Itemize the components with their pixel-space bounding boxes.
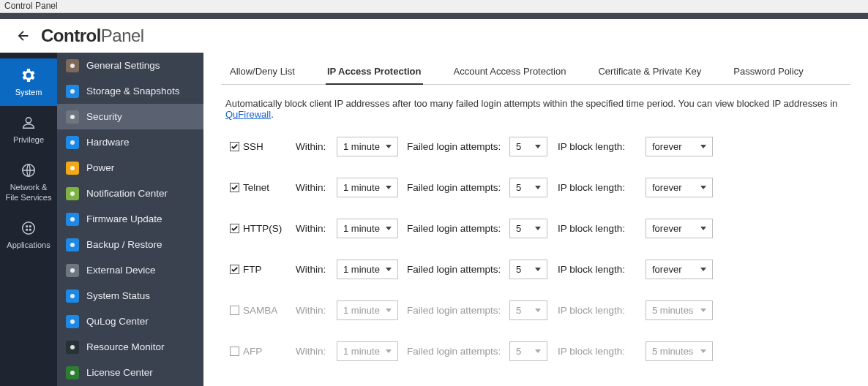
svg-rect-5 <box>29 229 31 231</box>
subnav-item-resource-monitor[interactable]: Resource Monitor <box>57 334 203 360</box>
within-label: Within: <box>296 223 326 234</box>
attempts-select: 5 <box>509 300 547 320</box>
tab-bar: Allow/Deny ListIP Access ProtectionAccou… <box>221 58 850 85</box>
subnav-item-system-status[interactable]: System Status <box>57 283 203 309</box>
subnav-item-power[interactable]: Power <box>57 155 203 181</box>
tab-account-access-protection[interactable]: Account Access Protection <box>452 58 568 84</box>
within-select[interactable]: 1 minute <box>337 260 398 279</box>
rail-label: Privilege <box>13 135 44 145</box>
subnav-label: Power <box>86 162 114 173</box>
chevron-down-icon <box>386 309 392 312</box>
block-select[interactable]: forever <box>646 178 713 197</box>
block-select[interactable]: forever <box>646 260 713 279</box>
rail-label: Network & File Services <box>6 183 52 202</box>
tab-ip-access-protection[interactable]: IP Access Protection <box>326 58 423 84</box>
attempts-select[interactable]: 5 <box>509 178 547 197</box>
subnav-item-license-center[interactable]: License Center <box>57 360 203 385</box>
within-label: Within: <box>296 141 326 152</box>
subnav-label: QuLog Center <box>86 316 149 327</box>
rail-item-applications[interactable]: Applications <box>0 211 57 259</box>
chevron-down-icon <box>700 349 706 353</box>
tab-certificate-private-key[interactable]: Certificate & Private Key <box>596 58 703 84</box>
block-select: 5 minutes <box>646 341 713 361</box>
user-icon <box>19 113 38 132</box>
subnav-item-storage-snapshots[interactable]: Storage & Snapshots <box>57 78 203 104</box>
back-button[interactable] <box>13 26 34 46</box>
subnav-item-backup-restore[interactable]: Backup / Restore <box>57 232 203 257</box>
tab-allow-deny-list[interactable]: Allow/Deny List <box>228 58 296 84</box>
checkbox-afp[interactable] <box>230 347 239 356</box>
subnav-icon <box>66 136 79 149</box>
tab-password-policy[interactable]: Password Policy <box>732 58 804 84</box>
checkbox-ssh[interactable] <box>230 142 239 151</box>
svg-point-9 <box>70 140 75 145</box>
subnav-item-external-device[interactable]: External Device <box>57 257 203 283</box>
block-select[interactable]: forever <box>646 137 713 156</box>
subnav-item-firmware-update[interactable]: Firmware Update <box>57 206 203 232</box>
subnav-label: Storage & Snapshots <box>86 86 180 96</box>
rail-item-system[interactable]: System <box>0 58 57 106</box>
rail-label: Applications <box>7 241 50 250</box>
checkbox-ftp[interactable] <box>230 265 239 274</box>
description-text: Automatically block client IP addresses … <box>225 98 837 109</box>
protocol-row: HTTP(S)Within:1 minuteFailed login attem… <box>225 208 846 249</box>
rail-item-network[interactable]: Network & File Services <box>0 154 57 211</box>
subnav-item-qulog-center[interactable]: QuLog Center <box>57 309 203 334</box>
protocol-row: TelnetWithin:1 minuteFailed login attemp… <box>225 167 846 208</box>
block-label: IP block length: <box>558 346 625 357</box>
svg-point-10 <box>70 166 75 170</box>
attempts-select[interactable]: 5 <box>509 260 547 279</box>
protocol-name: SSH <box>243 141 263 152</box>
rail-item-privilege[interactable]: Privilege <box>0 106 57 154</box>
attempts-select[interactable]: 5 <box>509 137 547 156</box>
qufirewall-link[interactable]: QuFirewall <box>225 109 271 120</box>
block-select: 5 minutes <box>646 300 713 320</box>
chevron-down-icon <box>386 186 392 189</box>
header: ControlPanel <box>0 19 868 53</box>
chevron-down-icon <box>700 268 706 271</box>
within-label: Within: <box>296 305 326 316</box>
subnav-item-security[interactable]: Security <box>57 104 203 129</box>
subnav-item-general-settings[interactable]: General Settings <box>57 53 203 78</box>
rail-label: System <box>15 88 42 97</box>
within-select[interactable]: 1 minute <box>337 178 398 197</box>
subnav-label: Backup / Restore <box>86 239 162 250</box>
chevron-down-icon <box>700 186 706 189</box>
subnav-item-hardware[interactable]: Hardware <box>57 129 203 155</box>
checkbox-telnet[interactable] <box>230 183 239 192</box>
attempts-value: 5 <box>516 264 521 275</box>
subnav-label: Firmware Update <box>86 213 162 224</box>
gear-icon <box>19 66 38 85</box>
subnav-item-notification-center[interactable]: Notification Center <box>57 181 203 206</box>
chevron-down-icon <box>535 145 541 148</box>
block-label: IP block length: <box>558 182 625 193</box>
svg-point-14 <box>70 268 75 273</box>
page-title-thin: Panel <box>101 26 144 46</box>
within-select: 1 minute <box>337 341 398 361</box>
block-select[interactable]: forever <box>646 219 713 238</box>
within-select[interactable]: 1 minute <box>337 137 398 156</box>
block-label: IP block length: <box>558 305 625 316</box>
attempts-value: 5 <box>516 305 521 316</box>
subnav: General SettingsStorage & SnapshotsSecur… <box>57 53 203 386</box>
chevron-down-icon <box>700 309 706 312</box>
protocol-name: FTP <box>243 264 262 275</box>
attempts-select[interactable]: 5 <box>509 219 547 238</box>
chevron-down-icon <box>535 268 541 271</box>
protocol-row: SSHWithin:1 minuteFailed login attempts:… <box>225 126 846 167</box>
failed-label: Failed login attempts: <box>407 141 501 152</box>
block-label: IP block length: <box>558 223 625 234</box>
subnav-icon <box>66 238 79 251</box>
protocol-name: HTTP(S) <box>243 223 282 234</box>
attempts-value: 5 <box>516 141 521 152</box>
checkbox-samba[interactable] <box>230 306 239 315</box>
chevron-down-icon <box>700 145 706 148</box>
chevron-down-icon <box>386 227 392 230</box>
block-value: forever <box>652 141 681 152</box>
svg-point-8 <box>70 115 75 119</box>
within-select[interactable]: 1 minute <box>337 219 398 238</box>
svg-point-1 <box>23 222 35 235</box>
checkbox-http-s-[interactable] <box>230 224 239 233</box>
subnav-label: General Settings <box>86 60 160 71</box>
within-label: Within: <box>296 346 326 357</box>
